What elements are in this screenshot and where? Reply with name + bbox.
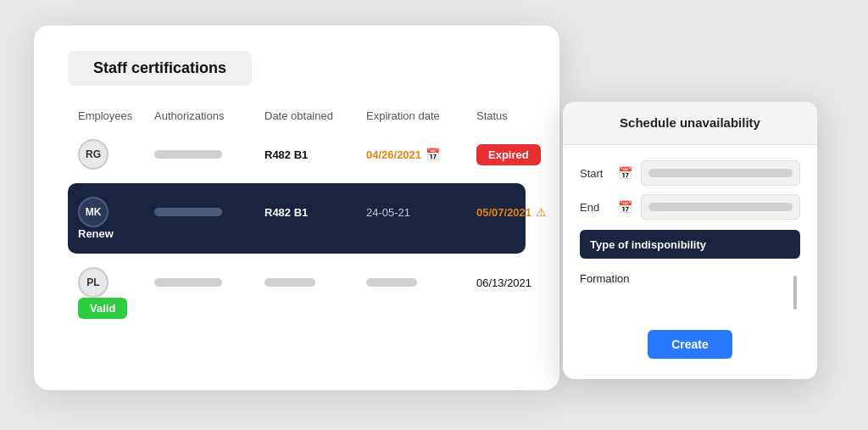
placeholder-bar bbox=[154, 150, 222, 159]
card-title-box: Staff certifications bbox=[68, 51, 252, 86]
auth-text-mk: R482 B1 bbox=[264, 206, 308, 219]
placeholder-bar-auth-pl bbox=[264, 278, 315, 287]
expiration-date-mk: 05/07/2021 bbox=[476, 206, 531, 219]
col-expiration-date: Expiration date bbox=[366, 109, 476, 122]
card-title: Staff certifications bbox=[93, 59, 226, 76]
date-obtained-mk: 24-05-21 bbox=[366, 206, 410, 219]
calendar-icon: 📅 bbox=[426, 148, 440, 161]
avatar-pl: PL bbox=[78, 267, 108, 298]
placeholder-bar-pl bbox=[154, 278, 222, 287]
col-status: Status bbox=[476, 109, 561, 122]
start-input[interactable] bbox=[641, 160, 800, 186]
end-input[interactable] bbox=[641, 194, 800, 220]
create-btn-row: Create bbox=[580, 318, 800, 364]
renew-text: Renew bbox=[78, 227, 114, 240]
table-header: Employees Authorizations Date obtained E… bbox=[68, 109, 526, 122]
status-badge-expired: Expired bbox=[476, 144, 541, 165]
col-authorizations: Authorizations bbox=[154, 109, 264, 122]
warning-icon: ⚠ bbox=[536, 205, 547, 219]
renew-cell: Renew bbox=[78, 227, 154, 240]
avatar-mk: MK bbox=[78, 197, 108, 227]
type-option[interactable]: Formation bbox=[580, 267, 800, 290]
end-field-row: End 📅 bbox=[580, 194, 800, 220]
col-employees: Employees bbox=[78, 109, 154, 122]
status-badge-valid: Valid bbox=[78, 298, 127, 319]
scrollbar[interactable] bbox=[793, 276, 797, 310]
scene: Staff certifications Employees Authoriza… bbox=[0, 0, 868, 430]
type-section-title: Type of indisponibility bbox=[590, 238, 706, 251]
table-row-pl[interactable]: PL 06/13/2021 Valid bbox=[68, 259, 526, 327]
start-label: Start bbox=[580, 167, 609, 180]
auth-text: R482 B1 bbox=[264, 148, 308, 161]
expiration-date: 04/26/2021 bbox=[366, 148, 421, 161]
start-field-row: Start 📅 bbox=[580, 160, 800, 186]
placeholder-bar-date-pl bbox=[366, 278, 417, 287]
placeholder-bar-light bbox=[154, 208, 222, 216]
create-button[interactable]: Create bbox=[648, 330, 732, 359]
side-card-header: Schedule unavailability bbox=[563, 102, 817, 145]
side-card-title: Schedule unavailability bbox=[620, 115, 760, 130]
avatar: RG bbox=[78, 139, 108, 170]
start-calendar-icon: 📅 bbox=[618, 166, 632, 180]
expiration-date-pl: 06/13/2021 bbox=[476, 276, 531, 289]
end-label: End bbox=[580, 201, 609, 214]
type-section-box: Type of indisponibility bbox=[580, 230, 800, 259]
type-content-area: Formation bbox=[580, 267, 800, 318]
side-card: Schedule unavailability Start 📅 End 📅 bbox=[563, 102, 817, 379]
end-calendar-icon: 📅 bbox=[618, 200, 632, 214]
col-date-obtained: Date obtained bbox=[264, 109, 366, 122]
table-row[interactable]: RG R482 B1 04/26/2021 📅 Expired bbox=[68, 131, 526, 178]
main-card: Staff certifications Employees Authoriza… bbox=[34, 25, 559, 390]
table-row-highlighted[interactable]: MK R482 B1 24-05-21 05/07/2021 ⚠ Renew bbox=[68, 183, 526, 254]
side-card-body: Start 📅 End 📅 Type of indisponibility Fo… bbox=[563, 145, 817, 379]
